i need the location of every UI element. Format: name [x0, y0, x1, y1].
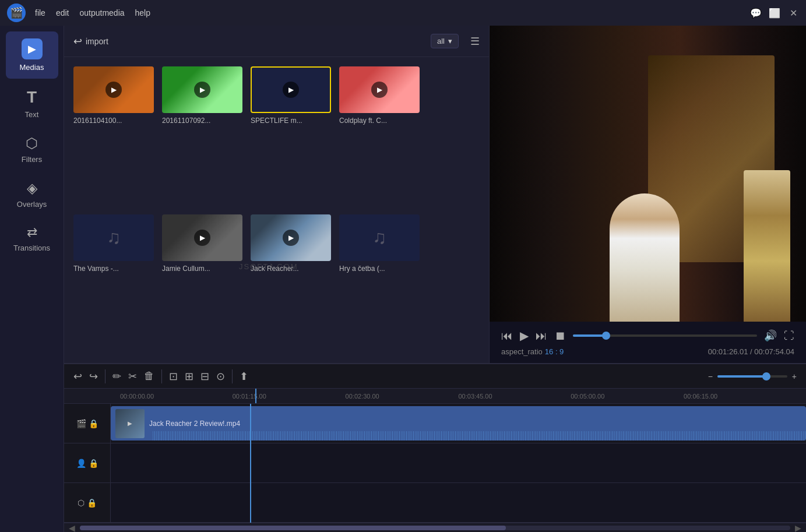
- list-item[interactable]: ▶ 20161104100...: [73, 66, 154, 206]
- face-track-row: [111, 443, 806, 483]
- sidebar-item-text[interactable]: T Text: [6, 81, 58, 126]
- stop-button[interactable]: ⏹: [554, 329, 566, 343]
- media-name-3: SPECTLIFE m...: [251, 117, 331, 125]
- menu-help[interactable]: help: [135, 8, 150, 17]
- ruler-mark-2: 00:02:30.00: [346, 393, 379, 400]
- filters-label: Filters: [22, 155, 42, 164]
- import-icon: ↩: [73, 35, 82, 48]
- scroll-right-icon[interactable]: ▶: [795, 523, 801, 533]
- menu-edit[interactable]: edit: [56, 8, 69, 17]
- ruler-mark-0: 00:00:00.00: [120, 393, 154, 400]
- progress-bar[interactable]: [573, 334, 757, 337]
- lock-icon[interactable]: 🔒: [89, 419, 98, 428]
- close-icon[interactable]: ✕: [787, 7, 799, 19]
- split-button[interactable]: ⊞: [185, 370, 193, 383]
- list-item[interactable]: ▶ 20161107092...: [162, 66, 242, 206]
- media-name-8: Hry a četba (...: [339, 265, 420, 273]
- zoom-in-button[interactable]: +: [792, 372, 797, 381]
- volume-icon[interactable]: 🔊: [764, 329, 777, 342]
- menu-outputmedia[interactable]: outputmedia: [79, 8, 124, 17]
- ruler-mark-5: 00:06:15.00: [684, 393, 717, 400]
- crop-button[interactable]: ⊡: [169, 370, 178, 383]
- media-thumb-1: ▶: [73, 66, 154, 113]
- aspect-label: aspect_ratio: [501, 347, 543, 356]
- filter-value: all: [437, 37, 445, 45]
- rewind-button[interactable]: ⏮: [501, 329, 513, 343]
- lock-icon-3[interactable]: 🔒: [87, 498, 97, 508]
- list-item[interactable]: ▶ Coldplay ft. C...: [339, 66, 420, 206]
- transitions-icon: ⇄: [27, 225, 37, 240]
- text-label: Text: [25, 110, 39, 119]
- face-track-label: 👤 🔒: [64, 443, 110, 483]
- list-item[interactable]: ▶ Jamie Cullum...: [162, 214, 242, 354]
- app-logo: 🎬: [7, 3, 26, 22]
- media-name-2: 20161107092...: [162, 117, 242, 125]
- scroll-thumb: [80, 526, 506, 530]
- sidebar-item-transitions[interactable]: ⇄ Transitions: [6, 218, 58, 259]
- export-button[interactable]: ⬆: [240, 370, 248, 383]
- text-icon: T: [27, 88, 37, 107]
- scroll-track[interactable]: [80, 526, 790, 530]
- sidebar: ▶ Medias T Text ⬡ Filters ◈ Overlays ⇄ T…: [0, 26, 64, 532]
- play-button[interactable]: ▶: [520, 329, 529, 343]
- list-item[interactable]: ▶ SPECTLIFE m...: [251, 66, 331, 206]
- ruler-mark-3: 00:03:45.00: [459, 393, 492, 400]
- list-item[interactable]: ♫ The Vamps -...: [73, 214, 154, 354]
- play-icon: ▶: [283, 82, 299, 98]
- import-button[interactable]: ↩ import: [73, 35, 108, 48]
- timeline-scrollbar[interactable]: ◀ ▶: [64, 523, 806, 532]
- zoom-out-button[interactable]: −: [708, 372, 713, 381]
- sidebar-item-medias[interactable]: ▶ Medias: [6, 31, 58, 79]
- clip-name: Jack Reacher 2 Review!.mp4: [149, 420, 240, 428]
- media-name-5: The Vamps -...: [73, 265, 154, 273]
- media-thumb-6: ▶: [162, 214, 242, 261]
- time-button[interactable]: ⊙: [216, 370, 225, 383]
- ruler-mark-1: 00:01:15.00: [233, 393, 266, 400]
- chat-icon[interactable]: 💬: [750, 7, 762, 19]
- filters-icon: ⬡: [26, 135, 38, 152]
- separator-1: [105, 369, 105, 383]
- undo-button[interactable]: ↩: [73, 370, 82, 383]
- grid-menu-icon[interactable]: ☰: [470, 35, 480, 48]
- sidebar-item-overlays[interactable]: ◈ Overlays: [6, 173, 58, 216]
- face-icon: 👤: [76, 459, 86, 468]
- sidebar-item-filters[interactable]: ⬡ Filters: [6, 128, 58, 171]
- timeline-tracks: 🎬 🔒 👤 🔒 ⬡ 🔒: [64, 404, 806, 523]
- media-panel-header: ↩ import all ▾ ☰: [64, 26, 489, 57]
- fullscreen-icon[interactable]: ⛶: [784, 330, 794, 342]
- media-grid: ▶ 20161104100... ▶ 20161107092... ▶: [64, 57, 489, 363]
- lock-icon-2[interactable]: 🔒: [89, 459, 98, 468]
- play-icon: ▶: [283, 230, 299, 246]
- redo-button[interactable]: ↪: [89, 370, 98, 383]
- progress-thumb: [602, 332, 610, 340]
- medias-label: Medias: [20, 63, 44, 72]
- maximize-icon[interactable]: ⬜: [769, 7, 780, 19]
- fast-forward-button[interactable]: ⏭: [536, 329, 547, 343]
- delete-button[interactable]: 🗑: [144, 370, 154, 382]
- list-item[interactable]: ▶ Jack Reacher...: [251, 214, 331, 354]
- cut-button[interactable]: ✂: [128, 370, 137, 383]
- list-item[interactable]: ♫ Hry a četba (...: [339, 214, 420, 354]
- edit-button[interactable]: ✏: [112, 370, 121, 383]
- media-panel: ↩ import all ▾ ☰ ▶ 20161104100...: [64, 26, 490, 363]
- overlay-track-row: [111, 483, 806, 523]
- zoom-control: − +: [708, 372, 797, 381]
- playhead: [255, 389, 256, 403]
- preview-video: [490, 26, 806, 322]
- media-thumb-5: ♫: [73, 214, 154, 261]
- video-track-row: ▶ Jack Reacher 2 Review!.mp4: [111, 404, 806, 443]
- menu-bar: file edit outputmedia help: [35, 8, 741, 17]
- info-row: aspect_ratio 16 : 9 00:01:26.01 / 00:07:…: [501, 347, 794, 356]
- media-name-6: Jamie Cullum...: [162, 265, 242, 273]
- scroll-left-icon[interactable]: ◀: [69, 523, 75, 533]
- media-name-1: 20161104100...: [73, 117, 154, 125]
- menu-file[interactable]: file: [35, 8, 45, 17]
- media-name-4: Coldplay ft. C...: [339, 117, 420, 125]
- grid-button[interactable]: ⊟: [200, 370, 209, 383]
- filter-dropdown[interactable]: all ▾: [431, 34, 459, 48]
- transitions-label: Transitions: [13, 244, 50, 252]
- zoom-thumb: [762, 372, 770, 380]
- zoom-bar[interactable]: [717, 375, 787, 378]
- medias-icon: ▶: [22, 38, 43, 59]
- titlebar: 🎬 file edit outputmedia help 💬 ⬜ ✕: [0, 0, 806, 26]
